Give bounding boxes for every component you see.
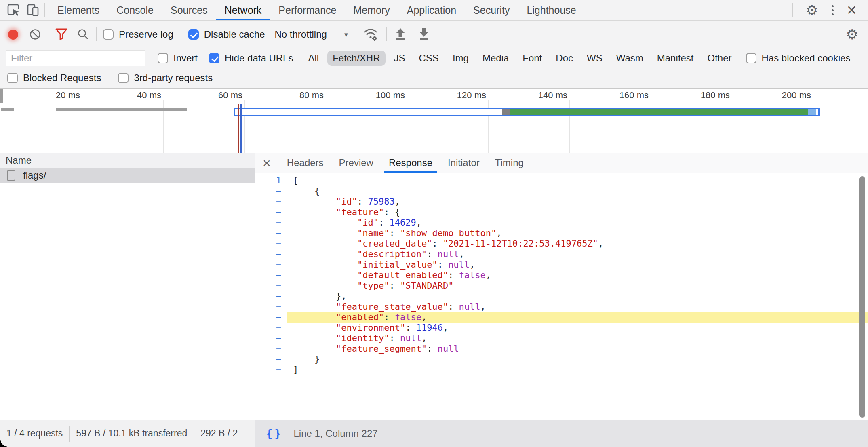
close-devtools-icon[interactable]: × <box>844 2 859 18</box>
disable-cache-label[interactable]: Disable cache <box>204 29 265 40</box>
filter-funnel-icon[interactable] <box>55 27 68 41</box>
filter-type-wasm[interactable]: Wasm <box>611 51 649 66</box>
code-line-6: − "name": "show_demo_button", <box>255 228 868 238</box>
has-blocked-cookies-label[interactable]: Has blocked cookies <box>762 53 851 64</box>
device-toolbar-icon[interactable] <box>26 3 40 17</box>
inspect-element-icon[interactable] <box>6 3 21 17</box>
ruler-label: 80 ms <box>299 90 324 101</box>
has-blocked-cookies-toggle[interactable]: Has blocked cookies <box>746 53 851 64</box>
token-p: , <box>416 217 421 228</box>
tab-sources[interactable]: Sources <box>162 0 216 20</box>
detail-tab-initiator[interactable]: Initiator <box>443 153 485 173</box>
filter-type-css[interactable]: CSS <box>414 51 444 66</box>
disable-cache-toggle[interactable]: Disable cache <box>188 29 265 40</box>
line-content: "enabled": false, <box>287 312 868 323</box>
divider <box>792 3 793 17</box>
blocked-requests-checkbox[interactable] <box>7 73 18 83</box>
filter-type-doc[interactable]: Doc <box>550 51 578 66</box>
search-icon[interactable] <box>77 28 90 41</box>
detail-tab-headers[interactable]: Headers <box>282 153 329 173</box>
tab-network[interactable]: Network <box>216 0 270 20</box>
bar-segment-waiting <box>808 109 816 115</box>
filter-type-all[interactable]: All <box>303 51 324 66</box>
invert-toggle[interactable]: Invert <box>158 53 198 64</box>
hide-data-urls-checkbox[interactable] <box>209 53 219 63</box>
record-network-log-button[interactable] <box>8 30 18 40</box>
detail-tab-response[interactable]: Response <box>384 153 437 173</box>
line-content: ] <box>287 365 868 375</box>
throttling-select-value[interactable]: No throttling <box>274 29 327 40</box>
response-code-lines: 1[− {− "id": 75983,− "feature": {− "id":… <box>255 173 868 375</box>
filter-type-ws[interactable]: WS <box>581 51 608 66</box>
import-har-icon[interactable] <box>394 27 407 42</box>
filter-type-font[interactable]: Font <box>517 51 547 66</box>
code-line-14: − "enabled": false, <box>255 312 868 323</box>
third-party-checkbox[interactable] <box>118 73 129 83</box>
settings-gear-icon[interactable]: ⚙ <box>803 3 821 17</box>
third-party-label[interactable]: 3rd-party requests <box>134 72 213 84</box>
tab-elements[interactable]: Elements <box>49 0 108 20</box>
code-line-12: − }, <box>255 291 868 302</box>
preserve-log-checkbox[interactable] <box>103 29 114 40</box>
token-a: null <box>438 249 459 259</box>
preserve-log-toggle[interactable]: Preserve log <box>103 29 173 40</box>
fold-marker: − <box>255 207 287 217</box>
filter-type-media[interactable]: Media <box>477 51 514 66</box>
dom-content-loaded-line <box>238 104 239 153</box>
divider <box>44 3 45 17</box>
token-p: : <box>448 302 459 312</box>
blocked-requests-label[interactable]: Blocked Requests <box>23 72 101 84</box>
response-scrollbar-thumb[interactable] <box>859 176 865 418</box>
request-detail-panel: × HeadersPreviewResponseInitiatorTiming … <box>255 153 868 420</box>
filter-type-fetch-xhr[interactable]: Fetch/XHR <box>327 51 385 66</box>
detail-tab-timing[interactable]: Timing <box>490 153 529 173</box>
request-row-flags[interactable]: flags/ <box>0 168 255 183</box>
network-overview-strip[interactable]: 20 ms40 ms60 ms80 ms100 ms120 ms140 ms16… <box>0 89 868 153</box>
hide-data-urls-toggle[interactable]: Hide data URLs <box>209 53 293 64</box>
tab-application[interactable]: Application <box>398 0 465 20</box>
preserve-log-label[interactable]: Preserve log <box>119 29 173 40</box>
line-content: { <box>287 186 868 196</box>
line-content: "default_enabled": false, <box>287 270 868 280</box>
export-har-icon[interactable] <box>417 27 430 42</box>
filter-input[interactable] <box>6 50 145 66</box>
ruler-label: 180 ms <box>701 90 730 101</box>
tab-console[interactable]: Console <box>108 0 162 20</box>
network-conditions-icon[interactable] <box>363 27 379 42</box>
fold-marker: − <box>255 196 287 207</box>
tab-lighthouse[interactable]: Lighthouse <box>518 0 584 20</box>
close-detail-icon[interactable]: × <box>260 156 276 170</box>
detail-tab-preview[interactable]: Preview <box>334 153 378 173</box>
line-content: "feature": { <box>287 207 868 217</box>
token-k: "type" <box>293 280 389 291</box>
blocked-requests-toggle[interactable]: Blocked Requests <box>7 72 101 84</box>
invert-label[interactable]: Invert <box>173 53 198 64</box>
more-options-kebab-icon[interactable] <box>827 5 839 15</box>
throttling-caret-icon[interactable]: ▼ <box>343 31 349 38</box>
hide-data-urls-label[interactable]: Hide data URLs <box>225 53 293 64</box>
tab-performance[interactable]: Performance <box>270 0 345 20</box>
tab-security[interactable]: Security <box>465 0 518 20</box>
token-a: null <box>438 344 459 354</box>
filter-type-js[interactable]: JS <box>389 51 411 66</box>
token-k: "name" <box>293 228 389 238</box>
name-column-header[interactable]: Name <box>0 153 255 168</box>
fold-marker: − <box>255 249 287 259</box>
has-blocked-cookies-checkbox[interactable] <box>746 53 756 63</box>
tab-memory[interactable]: Memory <box>345 0 398 20</box>
token-p: , <box>486 270 491 280</box>
clear-network-log-icon[interactable] <box>29 28 42 41</box>
filter-type-manifest[interactable]: Manifest <box>652 51 699 66</box>
fold-marker: − <box>255 228 287 238</box>
disable-cache-checkbox[interactable] <box>188 29 199 40</box>
third-party-toggle[interactable]: 3rd-party requests <box>118 72 213 84</box>
pretty-print-button[interactable]: {} <box>266 427 283 440</box>
code-line-15: − "environment": 11946, <box>255 323 868 333</box>
network-settings-gear-icon[interactable]: ⚙ <box>843 27 868 41</box>
filter-type-img[interactable]: Img <box>447 51 474 66</box>
token-p: : <box>389 228 400 238</box>
invert-checkbox[interactable] <box>158 53 168 63</box>
ruler-label: 160 ms <box>619 90 649 101</box>
cursor-position-text: Line 1, Column 227 <box>294 428 378 439</box>
filter-type-other[interactable]: Other <box>702 51 737 66</box>
